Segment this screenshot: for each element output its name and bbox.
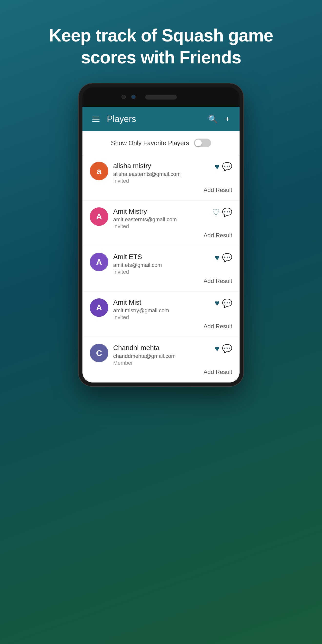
add-button[interactable]: +	[223, 113, 232, 126]
player-info: Amit ETS amit.ets@gmail.com Invited	[113, 253, 211, 275]
list-item: A Amit Mist amit.mistry@gmail.com Invite…	[82, 292, 240, 337]
player-name: alisha mistry	[113, 162, 211, 170]
player-status: Member	[113, 360, 211, 366]
player-actions: ♥ 💬	[215, 344, 232, 354]
favorite-button[interactable]: ♡	[212, 207, 220, 217]
player-email: alisha.easternts@gmail.com	[113, 171, 211, 177]
add-result-button[interactable]: Add Result	[204, 323, 232, 330]
player-actions: ♥ 💬	[215, 298, 232, 308]
camera-left	[122, 95, 126, 99]
player-email: chanddmehta@gmail.com	[113, 353, 211, 359]
phone-notch	[82, 87, 240, 107]
player-email: amit.ets@gmail.com	[113, 262, 211, 268]
search-button[interactable]: 🔍	[206, 113, 220, 126]
add-result-row: Add Result	[113, 232, 232, 239]
player-name: Amit ETS	[113, 253, 211, 261]
list-item: a alisha mistry alisha.easternts@gmail.c…	[82, 155, 240, 200]
camera-right	[131, 95, 136, 99]
player-status: Invited	[113, 223, 208, 230]
phone-speaker	[145, 95, 177, 100]
phone-frame: Players 🔍 + Show Only Favorite Players a…	[78, 83, 244, 387]
chat-button[interactable]: 💬	[222, 298, 232, 308]
list-item: A Amit Mistry amit.easternts@gmail.com I…	[82, 200, 240, 246]
avatar: C	[90, 344, 108, 362]
favorite-button[interactable]: ♥	[215, 344, 220, 354]
favorite-toggle[interactable]	[194, 138, 211, 147]
app-title: Players	[107, 114, 201, 124]
chat-button[interactable]: 💬	[222, 162, 232, 172]
player-actions: ♡ 💬	[212, 207, 232, 217]
app-bar-actions: 🔍 +	[206, 113, 232, 126]
menu-button[interactable]	[90, 114, 102, 124]
add-result-button[interactable]: Add Result	[204, 186, 232, 194]
player-status: Invited	[113, 178, 211, 184]
player-actions: ♥ 💬	[215, 253, 232, 262]
avatar: A	[90, 253, 108, 271]
toggle-row: Show Only Favorite Players	[82, 131, 240, 155]
phone-screen: Players 🔍 + Show Only Favorite Players a…	[82, 107, 240, 382]
add-result-row: Add Result	[113, 186, 232, 194]
player-info: Amit Mistry amit.easternts@gmail.com Inv…	[113, 207, 208, 230]
player-info: alisha mistry alisha.easternts@gmail.com…	[113, 162, 211, 184]
player-name: Chandni mehta	[113, 344, 211, 352]
add-result-row: Add Result	[113, 278, 232, 284]
favorite-button[interactable]: ♥	[215, 298, 220, 308]
player-email: amit.easternts@gmail.com	[113, 216, 208, 223]
player-actions: ♥ 💬	[215, 162, 232, 172]
player-email: amit.mistry@gmail.com	[113, 307, 211, 314]
player-name: Amit Mistry	[113, 207, 208, 216]
list-item: A Amit ETS amit.ets@gmail.com Invited ♥ …	[82, 246, 240, 292]
hero-title: Keep track of Squash game scores with Fr…	[0, 0, 322, 83]
add-result-button[interactable]: Add Result	[204, 232, 232, 239]
add-result-button[interactable]: Add Result	[204, 368, 232, 376]
players-list: a alisha mistry alisha.easternts@gmail.c…	[82, 155, 240, 382]
add-result-row: Add Result	[113, 323, 232, 330]
chat-button[interactable]: 💬	[222, 207, 232, 217]
add-result-row: Add Result	[113, 368, 232, 376]
favorite-button[interactable]: ♥	[215, 162, 220, 172]
app-bar: Players 🔍 +	[82, 107, 240, 131]
avatar: A	[90, 207, 108, 226]
chat-button[interactable]: 💬	[222, 344, 232, 354]
list-item: C Chandni mehta chanddmehta@gmail.com Me…	[82, 337, 240, 382]
player-status: Invited	[113, 269, 211, 275]
avatar: a	[90, 162, 108, 180]
player-status: Invited	[113, 314, 211, 320]
player-name: Amit Mist	[113, 298, 211, 307]
toggle-label: Show Only Favorite Players	[111, 139, 189, 147]
add-result-button[interactable]: Add Result	[204, 278, 232, 284]
favorite-button[interactable]: ♥	[215, 253, 220, 262]
chat-button[interactable]: 💬	[222, 253, 232, 262]
player-info: Chandni mehta chanddmehta@gmail.com Memb…	[113, 344, 211, 366]
avatar: A	[90, 298, 108, 317]
player-info: Amit Mist amit.mistry@gmail.com Invited	[113, 298, 211, 321]
